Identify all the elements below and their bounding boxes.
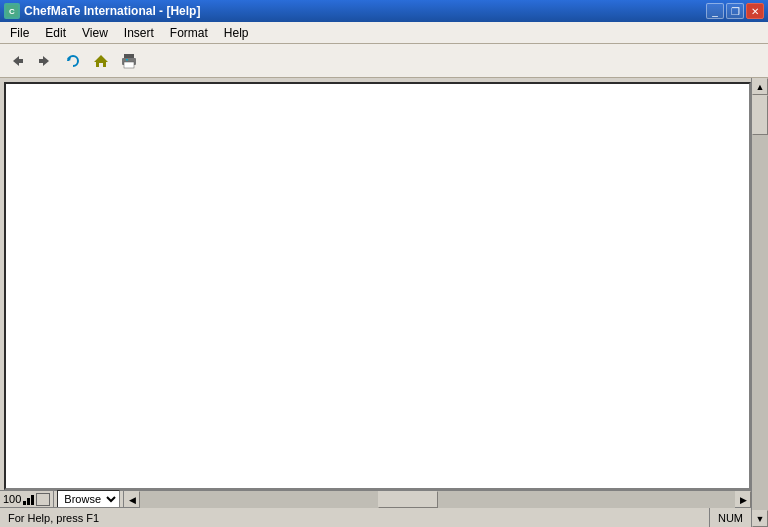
menu-view[interactable]: View <box>74 22 116 43</box>
content-panel <box>4 82 751 490</box>
zoom-bar-1 <box>23 501 26 505</box>
horizontal-scrollbar: 100 Browse ◀ <box>0 490 751 507</box>
menu-format[interactable]: Format <box>162 22 216 43</box>
scroll-left-button[interactable]: ◀ <box>124 491 140 508</box>
bottom-area: 100 Browse ◀ <box>0 490 751 527</box>
app-icon: C <box>4 3 20 19</box>
horizontal-scroll-thumb[interactable] <box>378 491 438 508</box>
svg-rect-10 <box>124 62 134 68</box>
browse-dropdown[interactable]: Browse <box>57 490 120 508</box>
menu-bar: File Edit View Insert Format Help <box>0 22 768 44</box>
zoom-section: 100 <box>0 491 54 507</box>
minimize-button[interactable]: _ <box>706 3 724 19</box>
svg-text:C: C <box>9 7 15 16</box>
svg-rect-5 <box>39 59 44 63</box>
horizontal-scroll-track[interactable] <box>140 491 735 508</box>
vertical-scroll-track[interactable] <box>752 95 768 510</box>
back-button[interactable] <box>4 48 30 74</box>
home-button[interactable] <box>88 48 114 74</box>
status-bar: For Help, press F1 NUM <box>0 507 751 527</box>
refresh-button[interactable] <box>60 48 86 74</box>
menu-help[interactable]: Help <box>216 22 257 43</box>
inner-panel: 100 Browse ◀ <box>0 78 751 527</box>
zoom-bar-2 <box>27 498 30 505</box>
scroll-down-button[interactable]: ▼ <box>752 510 768 527</box>
forward-button[interactable] <box>32 48 58 74</box>
vertical-scrollbar: ▲ ▼ <box>751 78 768 527</box>
svg-rect-3 <box>18 59 23 63</box>
close-button[interactable]: ✕ <box>746 3 764 19</box>
print-button[interactable] <box>116 48 142 74</box>
menu-edit[interactable]: Edit <box>37 22 74 43</box>
window-title: ChefMaTe International - [Help] <box>24 4 200 18</box>
zoom-box <box>36 493 50 506</box>
title-bar-left: C ChefMaTe International - [Help] <box>4 3 200 19</box>
main-area: 100 Browse ◀ <box>0 78 768 527</box>
num-indicator: NUM <box>709 508 751 527</box>
menu-insert[interactable]: Insert <box>116 22 162 43</box>
scroll-up-button[interactable]: ▲ <box>752 78 768 95</box>
status-text: For Help, press F1 <box>0 512 107 524</box>
browse-section: Browse <box>54 491 124 507</box>
menu-file[interactable]: File <box>2 22 37 43</box>
zoom-bar-3 <box>31 495 34 505</box>
toolbar <box>0 44 768 78</box>
zoom-value: 100 <box>3 493 21 505</box>
vertical-scroll-thumb[interactable] <box>752 95 768 135</box>
content-area <box>6 84 749 488</box>
restore-button[interactable]: ❐ <box>726 3 744 19</box>
svg-rect-11 <box>126 59 128 61</box>
title-bar: C ChefMaTe International - [Help] _ ❐ ✕ <box>0 0 768 22</box>
content-wrapper <box>0 78 751 490</box>
scroll-right-button[interactable]: ▶ <box>735 491 751 508</box>
svg-marker-7 <box>94 55 108 67</box>
zoom-icons <box>23 493 34 505</box>
title-bar-controls: _ ❐ ✕ <box>706 3 764 19</box>
